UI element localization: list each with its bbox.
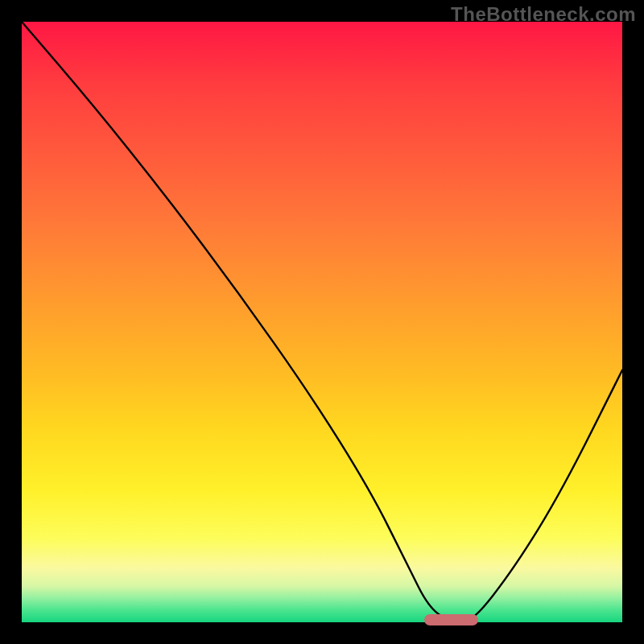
watermark-text: TheBottleneck.com xyxy=(451,3,636,26)
plot-area xyxy=(22,22,622,622)
optimal-range-marker xyxy=(424,614,478,625)
chart-frame: TheBottleneck.com xyxy=(0,0,644,644)
curve-path xyxy=(22,22,622,622)
bottleneck-curve xyxy=(22,22,622,622)
